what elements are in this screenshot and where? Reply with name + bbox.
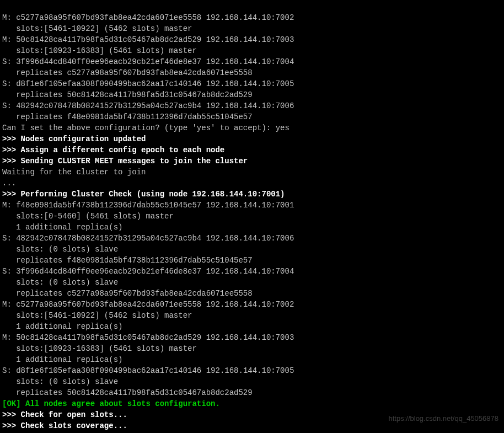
node-detail: slots:[5461-10922] (5462 slots) master: [2, 24, 192, 33]
node-detail: 1 additional replica(s): [2, 355, 122, 364]
node-line: M: f48e0981da5bf4738b112396d7dab55c51045…: [2, 201, 294, 210]
node-detail: slots:[5461-10922] (5462 slots) master: [2, 311, 192, 320]
node-detail: replicates f48e0981da5bf4738b112396d7dab…: [2, 113, 253, 121]
node-line: M: 50c81428ca4117b98fa5d31c05467ab8dc2ad…: [2, 333, 294, 342]
node-line: M: c5277a98a95f607bd93fab8ea42cda6071ee5…: [2, 13, 294, 22]
node-detail: slots:[10923-16383] (5461 slots) master: [2, 46, 197, 55]
node-line: S: 3f996d44cd840ff0ee96eacb29cb21ef46de8…: [2, 267, 294, 276]
check-slots-coverage: >>> Check slots coverage...: [2, 421, 127, 430]
node-line: S: d8f1e6f105efaa308f090499bac62aa17c140…: [2, 366, 294, 375]
node-detail: 1 additional replica(s): [2, 322, 122, 331]
node-detail: slots:[10923-16383] (5461 slots) master: [2, 344, 197, 353]
node-detail: replicates c5277a98a95f607bd93fab8ea42cd…: [2, 289, 253, 298]
node-detail: replicates 50c81428ca4117b98fa5d31c05467…: [2, 90, 253, 99]
node-detail: slots:[0-5460] (5461 slots) master: [2, 212, 174, 221]
terminal-output[interactable]: M: c5277a98a95f607bd93fab8ea42cda6071ee5…: [0, 0, 504, 433]
node-detail: replicates 50c81428ca4117b98fa5d31c05467…: [2, 388, 253, 397]
step-assign-epoch: >>> Assign a different config epoch to e…: [2, 146, 224, 154]
cluster-check-header: >>> Performing Cluster Check (using node…: [2, 190, 285, 199]
watermark-text: https://blog.csdn.net/qq_45056878: [389, 413, 499, 424]
node-detail: slots: (0 slots) slave: [2, 245, 118, 254]
dots-line: ...: [2, 179, 16, 188]
node-line: S: 482942c078478b08241527b31295a04c527ac…: [2, 234, 294, 243]
node-detail: replicates f48e0981da5bf4738b112396d7dab…: [2, 256, 253, 265]
node-detail: 1 additional replica(s): [2, 223, 122, 232]
ok-slots-agree: [OK] All nodes agree about slots configu…: [2, 399, 220, 408]
node-line: M: 50c81428ca4117b98fa5d31c05467ab8dc2ad…: [2, 35, 294, 44]
step-cluster-meet: >>> Sending CLUSTER MEET messages to joi…: [2, 157, 248, 165]
prompt-accept: Can I set the above configuration? (type…: [2, 124, 289, 132]
node-detail: slots: (0 slots) slave: [2, 377, 118, 386]
check-open-slots: >>> Check for open slots...: [2, 410, 127, 419]
node-line: S: 3f996d44cd840ff0ee96eacb29cb21ef46de8…: [2, 57, 294, 66]
node-line: S: d8f1e6f105efaa308f090499bac62aa17c140…: [2, 79, 294, 88]
waiting-line: Waiting for the cluster to join: [2, 168, 146, 177]
node-line: S: 482942c078478b08241527b31295a04c527ac…: [2, 101, 294, 110]
node-detail: replicates c5277a98a95f607bd93fab8ea42cd…: [2, 68, 253, 77]
step-nodes-updated: >>> Nodes configuration updated: [2, 135, 146, 143]
node-detail: slots: (0 slots) slave: [2, 278, 118, 287]
node-line: M: c5277a98a95f607bd93fab8ea42cda6071ee5…: [2, 300, 294, 309]
